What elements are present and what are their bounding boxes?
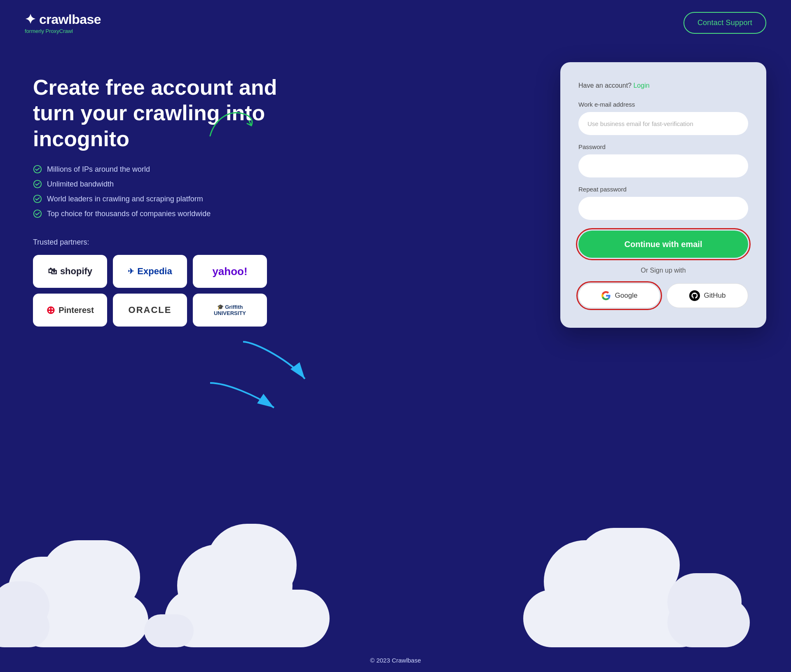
check-icon	[33, 180, 42, 189]
google-signup-button[interactable]: Google	[578, 283, 660, 308]
logo-area: ✦ crawlbase formerly ProxyCrawl	[25, 12, 101, 34]
form-card: Have an account? Login Work e-mail addre…	[560, 62, 766, 328]
cloud-right	[503, 532, 750, 647]
email-label: Work e-mail address	[578, 101, 748, 108]
email-input[interactable]	[578, 112, 748, 135]
logo-text: crawlbase	[39, 12, 101, 27]
repeat-password-input[interactable]	[578, 197, 748, 220]
features-list: Millions of IPs around the world Unlimit…	[33, 165, 280, 218]
cloud-center	[144, 524, 350, 647]
header: ✦ crawlbase formerly ProxyCrawl Contact …	[0, 0, 791, 46]
github-icon	[689, 290, 700, 301]
left-section: Create free account and turn your crawli…	[33, 62, 280, 327]
feature-item: Unlimited bandwidth	[33, 180, 280, 189]
partner-pinterest: ⊕ Pinterest	[33, 294, 107, 327]
social-buttons: Google GitHub	[578, 283, 748, 308]
password-group: Password	[578, 143, 748, 177]
have-account-text: Have an account? Login	[578, 82, 748, 89]
login-link[interactable]: Login	[633, 82, 649, 89]
partner-shopify: 🛍 shopify	[33, 255, 107, 288]
password-label: Password	[578, 143, 748, 150]
email-group: Work e-mail address	[578, 101, 748, 135]
github-button-label: GitHub	[704, 292, 726, 300]
github-signup-button[interactable]: GitHub	[667, 283, 748, 308]
or-divider: Or Sign up with	[578, 267, 748, 274]
partners-grid: 🛍 shopify ✈ Expedia yahoo! ⊕ Pinterest O…	[33, 255, 280, 327]
google-icon	[601, 291, 611, 301]
feature-item: Millions of IPs around the world	[33, 165, 280, 174]
partner-oracle: ORACLE	[113, 294, 187, 327]
check-icon	[33, 194, 42, 203]
check-icon	[33, 209, 42, 218]
feature-item: World leaders in crawling and scraping p…	[33, 194, 280, 203]
google-button-label: Google	[615, 292, 638, 300]
trusted-partners-label: Trusted partners:	[33, 238, 280, 247]
logo: ✦ crawlbase	[25, 12, 101, 27]
clouds-container	[0, 516, 791, 647]
repeat-password-group: Repeat password	[578, 186, 748, 220]
partner-expedia: ✈ Expedia	[113, 255, 187, 288]
repeat-password-label: Repeat password	[578, 186, 748, 193]
partner-yahoo: yahoo!	[193, 255, 267, 288]
cloud-left	[0, 544, 190, 647]
feature-item: Top choice for thousands of companies wo…	[33, 209, 280, 218]
contact-support-button[interactable]: Contact Support	[683, 12, 766, 34]
partner-griffith: 🎓 GriffithUNIVERSITY	[193, 294, 267, 327]
hero-title: Create free account and turn your crawli…	[33, 75, 280, 152]
logo-formerly: formerly ProxyCrawl	[25, 28, 101, 34]
arrow-annotation-2	[202, 375, 284, 418]
copyright-text: © 2023 Crawlbase	[370, 657, 421, 664]
main-content: Create free account and turn your crawli…	[0, 46, 791, 328]
continue-email-button[interactable]: Continue with email	[578, 231, 748, 258]
footer: © 2023 Crawlbase	[370, 657, 421, 664]
check-icon	[33, 165, 42, 174]
password-input[interactable]	[578, 154, 748, 177]
right-section: Have an account? Login Work e-mail addre…	[560, 62, 766, 328]
